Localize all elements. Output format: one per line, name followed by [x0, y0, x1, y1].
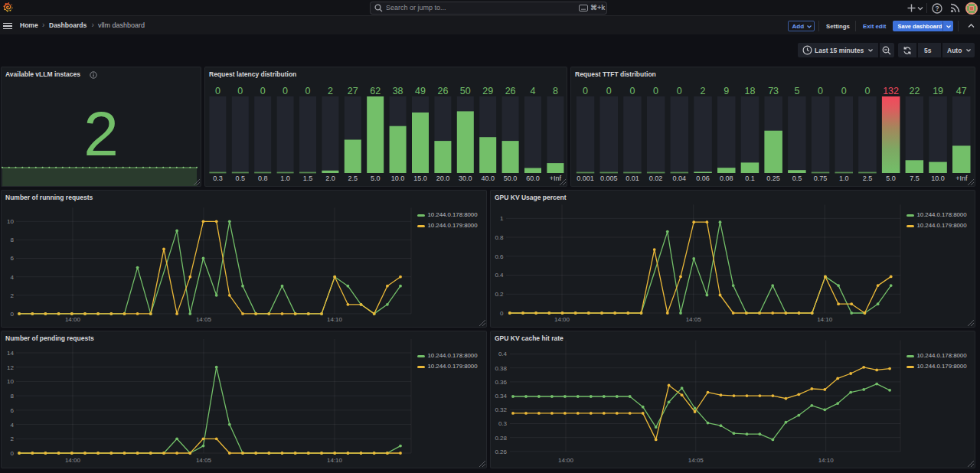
svg-text:0.8: 0.8: [495, 234, 504, 241]
svg-text:47: 47: [956, 86, 967, 96]
svg-text:0.5: 0.5: [236, 175, 246, 182]
svg-text:14:10: 14:10: [818, 457, 835, 464]
svg-text:18: 18: [745, 86, 756, 96]
svg-text:14:05: 14:05: [686, 316, 702, 323]
svg-text:20.0: 20.0: [436, 175, 450, 182]
svg-text:0.34: 0.34: [495, 393, 507, 400]
svg-text:2: 2: [11, 435, 15, 442]
svg-text:0: 0: [583, 86, 588, 96]
svg-text:0.6: 0.6: [495, 253, 504, 260]
svg-text:38: 38: [393, 86, 403, 96]
svg-text:0.75: 0.75: [814, 175, 828, 182]
svg-text:4: 4: [11, 274, 15, 281]
svg-text:0.02: 0.02: [649, 175, 663, 182]
svg-text:7.5: 7.5: [910, 175, 920, 182]
svg-text:0.8: 0.8: [258, 175, 268, 182]
svg-text:14:05: 14:05: [196, 457, 212, 464]
svg-text:0: 0: [630, 86, 635, 96]
svg-text:2: 2: [11, 292, 15, 299]
svg-text:6: 6: [11, 255, 15, 262]
svg-text:0: 0: [11, 450, 15, 457]
svg-text:0.32: 0.32: [495, 406, 507, 413]
svg-text:73: 73: [768, 86, 779, 96]
svg-text:1: 1: [500, 215, 504, 222]
svg-text:0.4: 0.4: [498, 351, 508, 357]
svg-text:132: 132: [883, 86, 899, 96]
svg-text:8: 8: [553, 86, 558, 96]
svg-text:0.08: 0.08: [720, 175, 733, 182]
svg-text:0.3: 0.3: [213, 175, 223, 182]
svg-text:14:00: 14:00: [554, 316, 570, 323]
svg-text:0.36: 0.36: [495, 379, 507, 386]
svg-text:26: 26: [505, 86, 516, 96]
svg-text:4: 4: [11, 422, 15, 429]
svg-text:0.01: 0.01: [626, 175, 639, 182]
svg-text:14:10: 14:10: [327, 316, 343, 323]
svg-text:8: 8: [11, 393, 15, 400]
svg-text:0: 0: [818, 86, 823, 96]
svg-text:0.3: 0.3: [498, 420, 508, 427]
svg-text:8: 8: [11, 236, 15, 243]
svg-text:0: 0: [677, 86, 682, 96]
svg-text:2.5: 2.5: [348, 175, 358, 182]
svg-text:1.0: 1.0: [280, 175, 290, 182]
svg-text:14: 14: [7, 350, 14, 357]
svg-text:14:10: 14:10: [817, 316, 833, 323]
svg-text:0.4: 0.4: [495, 272, 504, 279]
svg-text:50: 50: [460, 86, 471, 96]
svg-text:5.0: 5.0: [886, 175, 896, 182]
svg-text:60.0: 60.0: [526, 175, 540, 182]
svg-text:0.06: 0.06: [696, 175, 710, 182]
svg-text:2: 2: [701, 86, 706, 96]
svg-text:0.2: 0.2: [495, 291, 504, 298]
svg-text:0: 0: [500, 310, 504, 317]
svg-text:0.005: 0.005: [600, 175, 618, 182]
svg-text:19: 19: [933, 86, 943, 96]
svg-text:0.5: 0.5: [792, 175, 802, 182]
svg-text:0: 0: [11, 311, 15, 318]
svg-text:10.0: 10.0: [391, 175, 405, 182]
svg-text:0.38: 0.38: [495, 365, 507, 372]
svg-text:0.25: 0.25: [766, 175, 780, 182]
svg-text:22: 22: [909, 86, 920, 96]
svg-text:4: 4: [531, 86, 536, 96]
svg-text:10: 10: [7, 378, 14, 385]
svg-text:?: ?: [935, 5, 939, 12]
svg-text:12: 12: [7, 364, 14, 371]
svg-text:0: 0: [305, 86, 311, 96]
svg-text:29: 29: [482, 86, 493, 96]
svg-text:0.001: 0.001: [577, 175, 594, 182]
svg-text:6: 6: [11, 407, 15, 414]
svg-text:0.04: 0.04: [673, 175, 687, 182]
svg-text:2.5: 2.5: [863, 175, 873, 182]
svg-text:0: 0: [215, 86, 220, 96]
svg-text:14:00: 14:00: [65, 316, 81, 323]
svg-text:49: 49: [415, 86, 426, 96]
svg-text:2.0: 2.0: [325, 175, 335, 182]
svg-text:14:05: 14:05: [196, 316, 212, 323]
svg-text:0: 0: [841, 86, 847, 96]
svg-text:1.5: 1.5: [303, 175, 313, 182]
svg-text:0.26: 0.26: [495, 449, 507, 455]
svg-text:0.28: 0.28: [495, 435, 507, 442]
svg-text:5: 5: [794, 86, 799, 96]
svg-text:1.0: 1.0: [839, 175, 849, 182]
svg-text:10: 10: [7, 218, 14, 225]
svg-text:0: 0: [283, 86, 288, 96]
svg-text:0: 0: [237, 86, 243, 96]
svg-text:5.0: 5.0: [371, 175, 381, 182]
svg-text:9: 9: [724, 86, 729, 96]
svg-text:14:00: 14:00: [65, 457, 81, 464]
svg-text:2: 2: [328, 86, 333, 96]
svg-text:40.0: 40.0: [481, 175, 495, 182]
svg-text:14:00: 14:00: [558, 457, 574, 464]
svg-text:10.0: 10.0: [931, 175, 945, 182]
svg-text:27: 27: [348, 86, 358, 96]
svg-text:50.0: 50.0: [504, 175, 518, 182]
svg-text:0: 0: [606, 86, 612, 96]
svg-text:0: 0: [260, 86, 266, 96]
svg-text:62: 62: [370, 86, 381, 96]
svg-text:14:10: 14:10: [327, 457, 343, 464]
svg-text:0: 0: [653, 86, 658, 96]
svg-text:0: 0: [864, 86, 870, 96]
